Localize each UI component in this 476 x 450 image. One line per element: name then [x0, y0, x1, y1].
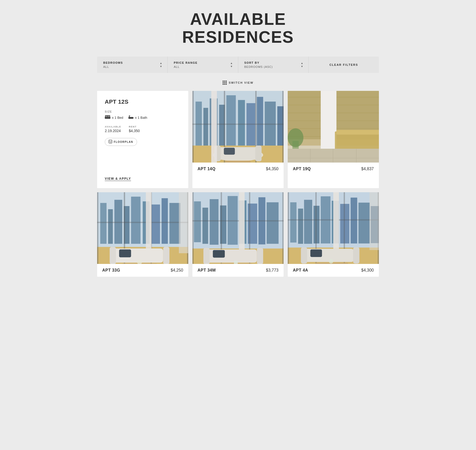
svg-rect-18 — [246, 103, 255, 152]
svg-rect-65 — [115, 200, 122, 244]
listings-grid: APT 12S SIZE x 1 Bed — [97, 91, 379, 277]
floorplan-icon — [109, 140, 112, 144]
svg-rect-64 — [108, 209, 113, 244]
svg-rect-79 — [146, 192, 151, 253]
page-title: AVAILABLE RESIDENCES — [5, 10, 471, 46]
filters-bar: BEDROOMS ALL ▲ ▼ PRICE RANGE ALL ▲ ▼ SOR… — [97, 57, 379, 73]
svg-rect-4 — [128, 117, 133, 119]
svg-rect-32 — [255, 145, 262, 161]
bedrooms-filter[interactable]: BEDROOMS ALL ▲ ▼ — [97, 57, 168, 73]
svg-rect-135 — [310, 249, 322, 257]
view-apply-link[interactable]: VIEW & APPLY — [105, 177, 181, 180]
svg-rect-133 — [301, 247, 307, 264]
svg-rect-111 — [234, 261, 238, 264]
switch-view-button[interactable]: SWITCH VIEW — [97, 81, 379, 85]
svg-point-137 — [329, 259, 333, 263]
svg-rect-69 — [151, 205, 160, 244]
clear-filters-button[interactable]: CLEAR FILTERS — [309, 57, 379, 73]
svg-rect-86 — [179, 192, 188, 253]
svg-rect-78 — [97, 222, 188, 223]
listing-card-19q[interactable]: APT 19Q $4,837 — [288, 91, 379, 188]
apt-19q-image — [288, 91, 379, 163]
svg-rect-102 — [282, 192, 284, 264]
svg-rect-63 — [100, 203, 107, 244]
svg-rect-121 — [351, 198, 357, 243]
apt-4a-info: APT 4A $4,300 — [288, 264, 379, 277]
listing-card-34m[interactable]: APT 34M $3,773 — [192, 192, 284, 277]
svg-rect-91 — [210, 199, 219, 245]
svg-rect-26 — [282, 91, 284, 163]
svg-rect-138 — [369, 192, 379, 250]
svg-rect-13 — [203, 108, 208, 152]
svg-rect-73 — [97, 192, 98, 264]
listing-card-4a[interactable]: APT 4A $4,300 — [288, 192, 379, 277]
svg-rect-90 — [202, 208, 208, 244]
bedrooms-arrows: ▲ ▼ — [160, 62, 162, 68]
svg-rect-20 — [265, 102, 276, 152]
svg-rect-23 — [192, 91, 194, 163]
svg-rect-131 — [333, 192, 339, 250]
svg-rect-71 — [169, 203, 180, 244]
apt-34m-image — [192, 192, 284, 264]
svg-rect-107 — [203, 248, 210, 264]
apt-19q-info: APT 19Q $4,837 — [288, 163, 379, 175]
svg-rect-33 — [224, 148, 235, 155]
price-range-filter[interactable]: PRICE RANGE ALL ▲ ▼ — [168, 57, 238, 73]
grid-icon — [223, 81, 227, 85]
listing-card-33g[interactable]: APT 33G $4,250 — [97, 192, 188, 277]
svg-rect-114 — [290, 202, 297, 242]
svg-rect-70 — [162, 198, 168, 244]
svg-rect-50 — [336, 130, 379, 134]
bath-icon — [128, 115, 133, 120]
floorplan-button[interactable]: FLOORPLAN — [105, 138, 137, 146]
svg-rect-82 — [163, 247, 170, 264]
svg-rect-108 — [257, 248, 263, 264]
svg-rect-28 — [192, 124, 284, 125]
svg-rect-81 — [110, 247, 116, 264]
svg-rect-56 — [288, 149, 379, 163]
svg-rect-3 — [108, 116, 110, 117]
svg-rect-125 — [288, 192, 289, 264]
apt-33g-info: APT 33G $4,250 — [97, 264, 188, 277]
svg-rect-97 — [267, 202, 279, 244]
featured-listing-card[interactable]: APT 12S SIZE x 1 Bed — [97, 91, 188, 188]
svg-rect-104 — [192, 220, 284, 221]
svg-rect-17 — [238, 100, 245, 152]
sort-arrows: ▲ ▼ — [301, 62, 303, 68]
available-block: AVAILABLE 2.19.2024 — [105, 125, 121, 133]
apt-33g-image — [97, 192, 188, 264]
svg-rect-12 — [195, 102, 202, 152]
svg-point-55 — [288, 128, 303, 147]
apt-34m-info: APT 34M $3,773 — [192, 264, 284, 277]
listing-card-14q[interactable]: APT 14Q $4,350 — [192, 91, 284, 188]
svg-rect-115 — [298, 209, 303, 244]
rent-block: RENT $4,350 — [129, 125, 140, 133]
svg-rect-99 — [192, 192, 194, 264]
bedroom-info: x 1 Bed — [105, 115, 123, 120]
svg-rect-116 — [304, 200, 312, 244]
apt-14q-image — [192, 91, 284, 163]
svg-rect-122 — [358, 202, 370, 243]
price-arrows: ▲ ▼ — [230, 62, 233, 68]
svg-rect-109 — [213, 250, 225, 258]
bathroom-info: x 1 Bath — [128, 115, 147, 120]
svg-rect-105 — [239, 192, 245, 252]
apt-4a-image — [288, 192, 379, 264]
svg-rect-9 — [110, 141, 111, 143]
svg-rect-134 — [353, 247, 359, 264]
svg-rect-35 — [211, 91, 217, 163]
sort-by-filter[interactable]: SORT BY BEDROOMS (ASC) ▲ ▼ — [238, 57, 309, 73]
svg-rect-6 — [129, 115, 130, 116]
svg-rect-67 — [131, 197, 141, 244]
apt-14q-info: APT 14Q $4,350 — [192, 163, 284, 175]
svg-rect-30 — [218, 147, 258, 160]
svg-rect-34 — [225, 160, 251, 162]
svg-rect-83 — [119, 249, 131, 257]
svg-rect-89 — [194, 201, 201, 242]
svg-rect-2 — [106, 116, 107, 117]
bed-icon — [105, 115, 110, 120]
